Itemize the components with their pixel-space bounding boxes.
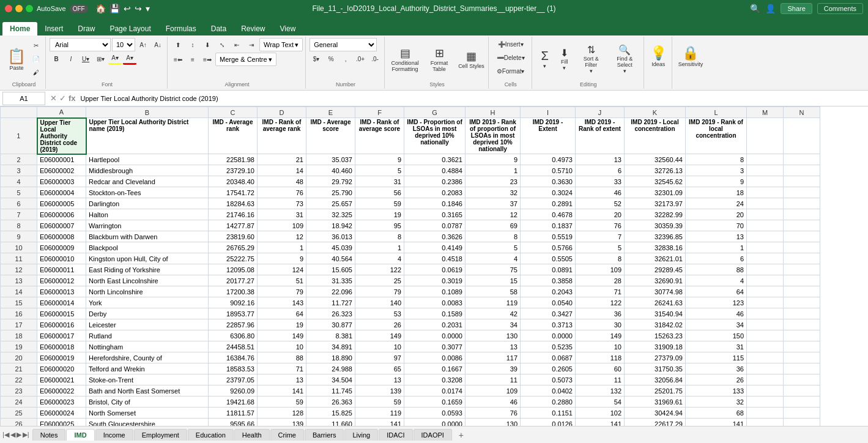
cell-a16[interactable]: E06000015 — [37, 308, 86, 319]
merge-center-button[interactable]: Merge & Centre ▾ — [215, 53, 276, 66]
cell-c10[interactable]: 26765.29 — [209, 242, 258, 253]
cell-l13[interactable]: 4 — [686, 275, 747, 286]
cell-k8[interactable]: 30359.39 — [625, 220, 686, 231]
cell-g26[interactable]: 0.0000 — [404, 419, 466, 426]
home-icon[interactable]: 🏠 — [95, 4, 106, 13]
cell-n21[interactable] — [784, 363, 820, 374]
cell-e11[interactable]: 40.564 — [306, 253, 355, 264]
cell-c23[interactable]: 9260.09 — [209, 385, 258, 396]
cell-j11[interactable]: 8 — [576, 253, 625, 264]
cell-f14[interactable]: 79 — [355, 286, 404, 297]
cell-j19[interactable]: 10 — [576, 341, 625, 352]
decimal-increase-button[interactable]: .0+ — [354, 53, 367, 65]
tab-view[interactable]: View — [273, 22, 303, 35]
cell-m22[interactable] — [747, 374, 784, 385]
cell-j4[interactable]: 33 — [576, 176, 625, 187]
row-num-5[interactable]: 5 — [1, 187, 37, 198]
tab-review[interactable]: Review — [234, 22, 272, 35]
cell-h18[interactable]: 130 — [466, 330, 521, 341]
cell-d4[interactable]: 48 — [258, 176, 306, 187]
indent-increase-button[interactable]: ⇥ — [245, 39, 258, 51]
sheet-tab-imd[interactable]: IMD — [66, 429, 94, 441]
cell-c4[interactable]: 20348.40 — [209, 176, 258, 187]
cell-k2[interactable]: 32560.44 — [625, 154, 686, 165]
col-header-h[interactable]: H — [466, 107, 521, 118]
row-num-14[interactable]: 14 — [1, 286, 37, 297]
cell-g23[interactable]: 0.0174 — [404, 385, 466, 396]
cell-n5[interactable] — [784, 187, 820, 198]
cell-l1[interactable]: IMD 2019 - Rank of local concentration — [686, 118, 747, 154]
cell-d5[interactable]: 76 — [258, 187, 306, 198]
more-icon[interactable]: ▾ — [146, 4, 150, 13]
tab-formulas[interactable]: Formulas — [158, 22, 204, 35]
formula-input[interactable]: Upper Tier Local Authority District code… — [78, 92, 868, 105]
cell-j21[interactable]: 60 — [576, 363, 625, 374]
undo-icon[interactable]: ↩ — [124, 4, 131, 13]
row-num-13[interactable]: 13 — [1, 275, 37, 286]
cell-i6[interactable]: 0.2891 — [521, 198, 576, 209]
cell-b20[interactable]: Herefordshire, County of — [86, 352, 209, 363]
sheet-area[interactable]: A B C D E F G H I J K L M N — [0, 106, 868, 426]
cell-l9[interactable]: 13 — [686, 231, 747, 242]
cell-k20[interactable]: 27379.09 — [625, 352, 686, 363]
cell-e2[interactable]: 35.037 — [306, 154, 355, 165]
cell-g10[interactable]: 0.4149 — [404, 242, 466, 253]
cell-k3[interactable]: 32726.13 — [625, 165, 686, 176]
cell-n9[interactable] — [784, 231, 820, 242]
row-num-23[interactable]: 23 — [1, 385, 37, 396]
cell-l5[interactable]: 18 — [686, 187, 747, 198]
cell-a9[interactable]: E06000008 — [37, 231, 86, 242]
cell-j3[interactable]: 6 — [576, 165, 625, 176]
row-num-15[interactable]: 15 — [1, 297, 37, 308]
cell-c26[interactable]: 9595.66 — [209, 419, 258, 426]
cell-n14[interactable] — [784, 286, 820, 297]
cell-m17[interactable] — [747, 319, 784, 330]
cell-e17[interactable]: 30.877 — [306, 319, 355, 330]
cell-c15[interactable]: 9092.16 — [209, 297, 258, 308]
cell-c6[interactable]: 18284.63 — [209, 198, 258, 209]
col-header-n[interactable]: N — [784, 107, 820, 118]
cell-b7[interactable]: Halton — [86, 209, 209, 220]
cell-e4[interactable]: 29.792 — [306, 176, 355, 187]
cell-a20[interactable]: E06000019 — [37, 352, 86, 363]
search-icon[interactable]: 🔍 — [750, 4, 760, 13]
cell-d6[interactable]: 73 — [258, 198, 306, 209]
cell-a14[interactable]: E06000013 — [37, 286, 86, 297]
cell-g4[interactable]: 0.2386 — [404, 176, 466, 187]
row-num-10[interactable]: 10 — [1, 242, 37, 253]
confirm-formula-icon[interactable]: ✓ — [59, 94, 66, 103]
cell-b13[interactable]: North East Lincolnshire — [86, 275, 209, 286]
align-left-button[interactable]: ≡⬅ — [171, 53, 185, 65]
cell-i25[interactable]: 0.1151 — [521, 408, 576, 419]
cell-j20[interactable]: 118 — [576, 352, 625, 363]
cell-j26[interactable]: 141 — [576, 419, 625, 426]
cell-g13[interactable]: 0.3019 — [404, 275, 466, 286]
cell-g1[interactable]: IMD - Proportion of LSOAs in most depriv… — [404, 118, 466, 154]
cell-e23[interactable]: 11.745 — [306, 385, 355, 396]
cell-m9[interactable] — [747, 231, 784, 242]
cell-c21[interactable]: 18583.53 — [209, 363, 258, 374]
cell-m14[interactable] — [747, 286, 784, 297]
cell-c16[interactable]: 18953.77 — [209, 308, 258, 319]
cell-a4[interactable]: E06000003 — [37, 176, 86, 187]
cell-i24[interactable]: 0.2880 — [521, 396, 576, 408]
cell-i2[interactable]: 0.4973 — [521, 154, 576, 165]
cell-j12[interactable]: 109 — [576, 264, 625, 275]
row-num-9[interactable]: 9 — [1, 231, 37, 242]
cell-l22[interactable]: 26 — [686, 374, 747, 385]
cell-b26[interactable]: South Gloucestershire — [86, 419, 209, 426]
align-middle-button[interactable]: ↕ — [186, 39, 199, 51]
indent-decrease-button[interactable]: ⇤ — [230, 39, 243, 51]
cell-m23[interactable] — [747, 385, 784, 396]
cell-g3[interactable]: 0.4884 — [404, 165, 466, 176]
cell-m3[interactable] — [747, 165, 784, 176]
cell-f10[interactable]: 1 — [355, 242, 404, 253]
cell-g24[interactable]: 0.1659 — [404, 396, 466, 408]
tab-home[interactable]: Home — [2, 22, 37, 35]
row-num-25[interactable]: 25 — [1, 408, 37, 419]
cell-b21[interactable]: Telford and Wrekin — [86, 363, 209, 374]
cell-h7[interactable]: 12 — [466, 209, 521, 220]
cell-f20[interactable]: 97 — [355, 352, 404, 363]
cell-k17[interactable]: 31842.02 — [625, 319, 686, 330]
sheet-tab-health[interactable]: Health — [234, 429, 270, 441]
